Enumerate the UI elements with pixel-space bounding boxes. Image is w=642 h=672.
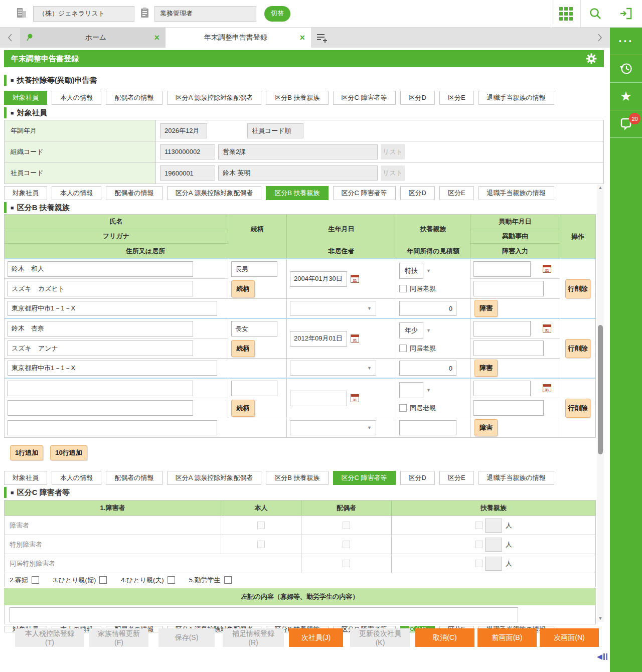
self-disabled-checkbox[interactable] bbox=[257, 522, 265, 529]
spouse-disabled-checkbox[interactable] bbox=[343, 522, 350, 529]
dependent-count-input[interactable] bbox=[485, 557, 502, 571]
tab-honnin-joho[interactable]: 本人の情報 bbox=[52, 186, 101, 200]
dependent-cohabit-special-checkbox[interactable] bbox=[475, 560, 483, 567]
notifications-button[interactable]: 20 bbox=[610, 110, 642, 138]
tab-taisho-shain[interactable]: 対象社員 bbox=[4, 186, 47, 200]
income-input[interactable] bbox=[399, 301, 456, 316]
tab-kubun-d[interactable]: 区分D bbox=[400, 471, 435, 485]
scroll-down-icon[interactable]: ▼ bbox=[597, 615, 604, 622]
tab-home[interactable]: ホーム × bbox=[20, 28, 166, 48]
scroll-up-icon[interactable]: ▲ bbox=[597, 185, 604, 191]
tab-kubun-c[interactable]: 区分C 障害者等 bbox=[333, 471, 396, 485]
income-input[interactable] bbox=[399, 361, 456, 376]
save-button[interactable]: 保存(S) bbox=[158, 628, 215, 647]
sort-order-input[interactable] bbox=[247, 123, 303, 138]
single-parent-f-checkbox[interactable] bbox=[99, 576, 107, 584]
dependent-disabled-checkbox[interactable] bbox=[475, 522, 483, 529]
emp-name-input[interactable] bbox=[218, 165, 378, 181]
change-reason-input[interactable] bbox=[473, 281, 544, 296]
birth-date-input[interactable] bbox=[290, 271, 347, 287]
tab-kubun-b[interactable]: 区分B 扶養親族 bbox=[266, 186, 328, 200]
birth-date-input[interactable] bbox=[290, 331, 347, 347]
tab-kubun-d[interactable]: 区分D bbox=[400, 91, 435, 105]
birth-date-input[interactable] bbox=[290, 391, 347, 406]
tab-nenmatsu[interactable]: 年末調整申告書登録 × bbox=[166, 28, 311, 48]
relation-picker-button[interactable]: 続柄 bbox=[231, 400, 255, 417]
add-tab-icon[interactable] bbox=[311, 28, 333, 48]
self-tax-deduction-button[interactable]: 本人税控除登録(T) bbox=[15, 628, 84, 647]
address-input[interactable] bbox=[8, 420, 217, 435]
logout-icon[interactable] bbox=[610, 0, 642, 28]
search-icon[interactable] bbox=[581, 4, 610, 24]
nonresident-select[interactable]: ▼ bbox=[290, 420, 376, 435]
dependent-name-input[interactable] bbox=[8, 261, 193, 277]
tab-honnin-joho[interactable]: 本人の情報 bbox=[52, 471, 101, 485]
add-one-row-button[interactable]: 1行追加 bbox=[10, 445, 43, 460]
cancel-button[interactable]: 取消(C) bbox=[415, 628, 474, 647]
tab-haigusha-joho[interactable]: 配偶者の情報 bbox=[106, 186, 162, 200]
working-student-checkbox[interactable] bbox=[224, 576, 232, 584]
dependent-kana-input[interactable] bbox=[8, 400, 193, 416]
more-menu-button[interactable]: ··· bbox=[610, 28, 642, 55]
single-parent-m-checkbox[interactable] bbox=[168, 576, 175, 584]
emp-list-button[interactable]: リスト bbox=[381, 165, 405, 181]
family-info-update-button[interactable]: 家族情報更新(F) bbox=[89, 628, 148, 647]
settings-gear-icon[interactable] bbox=[586, 53, 597, 64]
tab-nenmatsu-close-icon[interactable]: × bbox=[299, 33, 305, 42]
change-reason-input[interactable] bbox=[473, 341, 544, 356]
disability-button[interactable]: 障害 bbox=[474, 360, 498, 377]
cohabit-elder-checkbox[interactable] bbox=[399, 404, 407, 412]
relation-input[interactable] bbox=[231, 321, 277, 337]
relation-input[interactable] bbox=[231, 381, 277, 396]
tab-taishoku[interactable]: 退職手当親族の情報 bbox=[478, 91, 554, 105]
add-ten-rows-button[interactable]: 10行追加 bbox=[50, 445, 87, 460]
change-reason-input[interactable] bbox=[473, 400, 544, 416]
org-list-button[interactable]: リスト bbox=[381, 144, 405, 159]
history-button[interactable] bbox=[610, 55, 642, 83]
spouse-special-disabled-checkbox[interactable] bbox=[343, 541, 350, 548]
tab-honnin-joho[interactable]: 本人の情報 bbox=[52, 91, 101, 105]
tab-taishoku[interactable]: 退職手当親族の情報 bbox=[478, 471, 554, 485]
emp-code-input[interactable] bbox=[160, 165, 215, 181]
disability-button[interactable]: 障害 bbox=[474, 419, 498, 436]
tab-kubun-e[interactable]: 区分E bbox=[439, 471, 474, 485]
tab-kubun-b[interactable]: 区分B 扶養親族 bbox=[266, 471, 328, 485]
dependent-name-input[interactable] bbox=[8, 321, 193, 337]
dependent-count-input[interactable] bbox=[485, 538, 502, 552]
calendar-icon[interactable] bbox=[543, 265, 551, 273]
tab-kubun-a[interactable]: 区分A 源泉控除対象配偶者 bbox=[167, 471, 262, 485]
content-scrollbar[interactable]: ▲ ▼ bbox=[597, 185, 604, 622]
change-date-input[interactable] bbox=[473, 321, 531, 337]
dependent-category-select[interactable]: 特扶▼ bbox=[399, 263, 431, 279]
relation-input[interactable] bbox=[231, 261, 277, 277]
tab-kubun-c[interactable]: 区分C 障害者等 bbox=[333, 186, 396, 200]
tab-taisho-shain[interactable]: 対象社員 bbox=[4, 471, 47, 485]
update-next-employee-button[interactable]: 更新後次社員(K) bbox=[350, 628, 410, 647]
delete-row-button[interactable]: 行削除 bbox=[565, 279, 590, 298]
address-input[interactable] bbox=[8, 301, 217, 316]
widow-checkbox[interactable] bbox=[32, 576, 39, 584]
dependent-category-select[interactable]: ▼ bbox=[399, 382, 431, 398]
calendar-icon[interactable] bbox=[543, 384, 551, 392]
calendar-icon[interactable] bbox=[351, 275, 359, 283]
company-input[interactable] bbox=[33, 6, 134, 22]
tab-kubun-d[interactable]: 区分D bbox=[400, 186, 435, 200]
next-screen-button[interactable]: 次画面(N) bbox=[540, 628, 599, 647]
switch-button[interactable]: 切替 bbox=[264, 6, 290, 22]
collapse-panel-icon[interactable]: ◀ bbox=[597, 653, 607, 660]
disability-button[interactable]: 障害 bbox=[474, 300, 498, 317]
tab-taishoku[interactable]: 退職手当親族の情報 bbox=[478, 186, 554, 200]
dependent-name-input[interactable] bbox=[8, 381, 193, 396]
delete-row-button[interactable]: 行削除 bbox=[565, 399, 590, 418]
org-name-input[interactable] bbox=[218, 144, 378, 159]
dependent-category-select[interactable]: 年少▼ bbox=[399, 322, 431, 339]
scrollbar-thumb[interactable] bbox=[598, 325, 603, 454]
tab-taisho-shain[interactable]: 対象社員 bbox=[4, 91, 47, 105]
tab-kubun-e[interactable]: 区分E bbox=[439, 186, 474, 200]
org-code-input[interactable] bbox=[160, 144, 215, 159]
address-input[interactable] bbox=[8, 361, 217, 376]
tab-kubun-b[interactable]: 区分B 扶養親族 bbox=[266, 91, 328, 105]
tab-scroll-right-icon[interactable] bbox=[590, 28, 610, 48]
dependent-kana-input[interactable] bbox=[8, 281, 193, 296]
change-date-input[interactable] bbox=[473, 381, 531, 396]
